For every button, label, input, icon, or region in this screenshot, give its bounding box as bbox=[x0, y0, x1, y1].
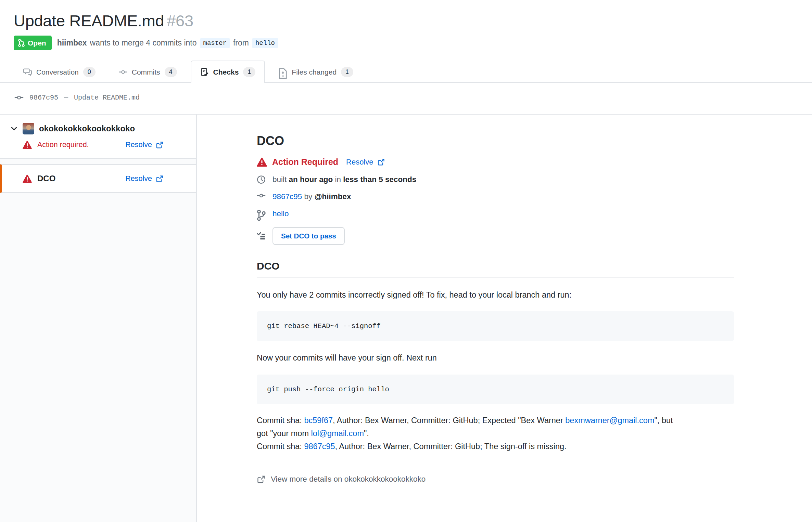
head-branch-ref: hello bbox=[252, 38, 278, 48]
pr-header: Update README.md#63 Open hiimbex wants t… bbox=[0, 0, 812, 50]
clock-icon bbox=[257, 175, 266, 184]
check-detail-panel: DCO Action Required Resolve bbox=[197, 115, 812, 522]
merge-text-from: from bbox=[233, 38, 249, 48]
tab-counter: 1 bbox=[243, 67, 255, 77]
git-branch-icon bbox=[257, 209, 266, 218]
tab-counter: 0 bbox=[83, 67, 96, 77]
suite-resolve-link[interactable]: Resolve bbox=[125, 141, 164, 149]
merge-text: wants to merge 4 commits into bbox=[90, 38, 197, 48]
output-paragraph: Now your commits will have your sign off… bbox=[257, 352, 734, 364]
commit-separator: — bbox=[64, 94, 68, 102]
git-commit-icon bbox=[257, 192, 266, 201]
file-diff-icon bbox=[279, 68, 287, 76]
run-resolve-link[interactable]: Resolve bbox=[125, 174, 164, 183]
code-block-push: git push --force origin hello bbox=[257, 375, 734, 404]
commit-by: by bbox=[304, 192, 313, 201]
tab-conversation[interactable]: Conversation 0 bbox=[14, 61, 105, 83]
comment-discussion-icon bbox=[23, 68, 32, 76]
sha-link-9867c95[interactable]: 9867c95 bbox=[304, 442, 335, 451]
build-time-row: built an hour ago in less than 5 seconds bbox=[257, 175, 734, 184]
check-resolve-link[interactable]: Resolve bbox=[346, 158, 385, 167]
tab-label: Files changed bbox=[292, 68, 337, 76]
view-more-details-link[interactable]: View more details on okokokokkokookokkok… bbox=[257, 475, 426, 484]
resolve-label: Resolve bbox=[125, 174, 152, 183]
branch-link[interactable]: hello bbox=[272, 209, 289, 218]
commit-author: @hiimbex bbox=[315, 192, 351, 201]
email-link-expected[interactable]: bexmwarner@gmail.com bbox=[565, 416, 654, 425]
commit-row-text: 9867c95 by @hiimbex bbox=[272, 192, 351, 201]
commit-sha-report: Commit sha: bc59f67, Author: Bex Warner,… bbox=[257, 414, 734, 453]
checks-sidebar: okokokokkokookokkoko Action required. Re… bbox=[0, 115, 197, 522]
tab-counter: 1 bbox=[341, 67, 353, 77]
pr-state-badge: Open bbox=[14, 36, 52, 50]
sidebar-empty-area bbox=[0, 193, 196, 522]
branch-row: hello bbox=[257, 209, 734, 218]
suite-status-row: Action required. Resolve bbox=[0, 141, 196, 149]
tab-counter: 4 bbox=[165, 67, 177, 77]
pr-state-label: Open bbox=[28, 39, 46, 47]
commit-message: Update README.md bbox=[74, 94, 140, 102]
alert-icon bbox=[23, 174, 32, 183]
check-title: DCO bbox=[257, 134, 734, 148]
commit-row: 9867c95 by @hiimbex bbox=[257, 192, 734, 201]
commit-sha-link[interactable]: 9867c95 bbox=[272, 192, 302, 201]
git-commit-icon bbox=[14, 94, 24, 101]
pr-tabnav: Conversation 0 Commits 4 Checks 1 bbox=[0, 61, 812, 83]
tab-commits[interactable]: Commits 4 bbox=[109, 61, 187, 83]
output-paragraph: You only have 2 commits incorrectly sign… bbox=[257, 289, 734, 301]
build-time-text: built an hour ago in less than 5 seconds bbox=[272, 175, 416, 184]
view-more-details-label: View more details on okokokokkokookokkok… bbox=[271, 475, 426, 484]
pr-author: hiimbex bbox=[57, 38, 87, 48]
report-text: ". bbox=[364, 429, 369, 438]
suite-avatar bbox=[23, 123, 34, 134]
base-branch-ref: master bbox=[200, 38, 230, 48]
chevron-down-icon[interactable] bbox=[10, 125, 18, 132]
set-dco-to-pass-button[interactable]: Set DCO to pass bbox=[272, 227, 345, 245]
report-text: Commit sha: bbox=[257, 442, 304, 451]
tab-files-changed[interactable]: Files changed 1 bbox=[269, 61, 363, 83]
built-prefix: built bbox=[272, 175, 287, 184]
page-title: Update README.md#63 bbox=[14, 11, 798, 31]
report-text: , Author: Bex Warner, Committer: GitHub;… bbox=[335, 442, 567, 451]
check-status-label: Action Required bbox=[272, 157, 338, 167]
built-duration: less than 5 seconds bbox=[343, 175, 416, 184]
link-external-icon bbox=[377, 158, 385, 166]
check-output: DCO You only have 2 commits incorrectly … bbox=[257, 260, 734, 485]
check-suite-header[interactable]: okokokokkokookokkoko bbox=[0, 123, 196, 134]
link-external-icon bbox=[156, 175, 164, 183]
report-text: Commit sha: bbox=[257, 416, 304, 425]
suite-status-text: Action required. bbox=[37, 141, 120, 149]
tab-label: Commits bbox=[132, 68, 160, 76]
suite-name: okokokokkokookokkoko bbox=[39, 124, 135, 133]
check-run-dco[interactable]: DCO Resolve bbox=[0, 164, 196, 193]
output-heading: DCO bbox=[257, 260, 734, 278]
pr-title-text: Update README.md bbox=[14, 12, 164, 30]
resolve-label: Resolve bbox=[125, 141, 152, 149]
report-text: ", but bbox=[655, 416, 673, 425]
built-infix: in bbox=[335, 175, 341, 184]
code-block-rebase: git rebase HEAD~4 --signoff bbox=[257, 311, 734, 341]
tab-label: Checks bbox=[213, 68, 239, 76]
check-status-row: Action Required Resolve bbox=[257, 157, 734, 167]
link-external-icon bbox=[156, 141, 164, 149]
alert-icon bbox=[257, 157, 267, 167]
commit-sha: 9867c95 bbox=[29, 94, 58, 102]
check-run-name: DCO bbox=[37, 174, 120, 183]
report-text: got "your mom bbox=[257, 429, 311, 438]
merge-summary: hiimbex wants to merge 4 commits into ma… bbox=[57, 38, 278, 48]
link-external-icon bbox=[257, 475, 266, 484]
commit-bar: 9867c95 — Update README.md bbox=[0, 83, 812, 115]
email-link-got[interactable]: lol@gmail.com bbox=[311, 429, 364, 438]
check-action-row: Set DCO to pass bbox=[257, 227, 734, 245]
sha-link-bc59f67[interactable]: bc59f67 bbox=[304, 416, 333, 425]
tab-checks[interactable]: Checks 1 bbox=[191, 61, 265, 83]
built-time: an hour ago bbox=[289, 175, 333, 184]
alert-icon bbox=[23, 141, 32, 149]
tasklist-icon bbox=[257, 232, 266, 240]
resolve-label: Resolve bbox=[346, 158, 373, 167]
check-suite: okokokokkokookokkoko Action required. Re… bbox=[0, 115, 196, 159]
git-commit-icon bbox=[119, 68, 127, 76]
checks-layout: okokokokkokookokkoko Action required. Re… bbox=[0, 115, 812, 522]
pr-number: #63 bbox=[167, 12, 193, 30]
git-pull-request-icon bbox=[18, 39, 25, 47]
